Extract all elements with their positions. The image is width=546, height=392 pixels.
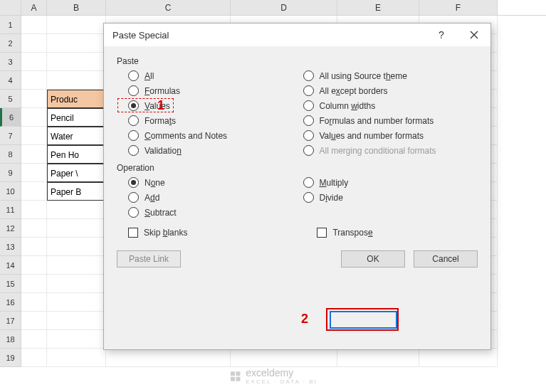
- row-header[interactable]: 8: [0, 145, 21, 164]
- radio-multiply[interactable]: Multiply: [303, 177, 478, 188]
- skip-blanks-checkbox[interactable]: Skip blanks: [128, 228, 187, 238]
- cell[interactable]: [47, 71, 106, 90]
- ok-button[interactable]: OK: [341, 250, 405, 267]
- radio-divide[interactable]: Divide: [303, 192, 478, 203]
- cell[interactable]: [21, 127, 47, 145]
- row-header[interactable]: 13: [0, 238, 21, 256]
- radio-icon: [128, 130, 139, 141]
- radio-column-widths[interactable]: Column widths: [303, 100, 478, 111]
- cancel-button[interactable]: Cancel: [414, 250, 478, 267]
- col-header-f[interactable]: F: [419, 0, 498, 15]
- radio-validation[interactable]: Validation: [128, 145, 303, 156]
- row-header[interactable]: 1: [0, 16, 21, 34]
- radio-all-except-borders[interactable]: All except borders: [303, 85, 478, 96]
- cell[interactable]: [47, 53, 106, 71]
- row-header[interactable]: 14: [0, 256, 21, 275]
- radio-formulas-number-formats[interactable]: Formulas and number formats: [303, 115, 478, 126]
- radio-values-number-formats[interactable]: Values and number formats: [303, 130, 478, 141]
- row-header[interactable]: 5: [0, 90, 21, 108]
- col-header-e[interactable]: E: [337, 0, 419, 15]
- row-header[interactable]: 4: [0, 71, 21, 90]
- radio-label: Formats: [145, 116, 176, 126]
- cell[interactable]: [21, 71, 47, 90]
- cell[interactable]: [47, 201, 106, 219]
- cell[interactable]: [47, 330, 106, 349]
- cell[interactable]: [106, 349, 231, 367]
- cell[interactable]: [21, 164, 47, 182]
- cell[interactable]: [21, 53, 47, 71]
- cell[interactable]: [21, 16, 47, 34]
- row-header[interactable]: 15: [0, 275, 21, 293]
- radio-label: Comments and Notes: [145, 131, 227, 141]
- radio-formulas[interactable]: Formulas: [128, 85, 303, 96]
- radio-formats[interactable]: Formats: [128, 115, 303, 126]
- row-header[interactable]: 9: [0, 164, 21, 182]
- select-all-corner[interactable]: [0, 0, 21, 15]
- cell[interactable]: [21, 330, 47, 349]
- cell[interactable]: [419, 349, 498, 367]
- row-header[interactable]: 17: [0, 312, 21, 330]
- cell[interactable]: [47, 349, 106, 367]
- cell[interactable]: [21, 34, 47, 53]
- cell[interactable]: [21, 312, 47, 330]
- checkbox-icon: [317, 228, 327, 238]
- radio-icon: [303, 130, 314, 141]
- radio-icon: [128, 192, 139, 203]
- col-header-b[interactable]: B: [47, 0, 106, 15]
- cell[interactable]: [21, 238, 47, 256]
- cell[interactable]: [231, 349, 337, 367]
- cell[interactable]: Pencil: [47, 108, 106, 127]
- cell[interactable]: [47, 219, 106, 238]
- cell[interactable]: [47, 16, 106, 34]
- cell[interactable]: Produc: [47, 90, 106, 108]
- cell[interactable]: [47, 275, 106, 293]
- radio-all-source-theme[interactable]: All using Source theme: [303, 70, 478, 81]
- close-button[interactable]: [458, 23, 490, 46]
- cell[interactable]: [47, 238, 106, 256]
- radio-add[interactable]: Add: [128, 192, 303, 203]
- row-header[interactable]: 3: [0, 53, 21, 71]
- cell[interactable]: [21, 349, 47, 367]
- cell[interactable]: [47, 293, 106, 312]
- cell[interactable]: [21, 145, 47, 164]
- row-header[interactable]: 11: [0, 201, 21, 219]
- radio-comments[interactable]: Comments and Notes: [128, 130, 303, 141]
- cell[interactable]: [337, 349, 419, 367]
- col-header-a[interactable]: A: [21, 0, 47, 15]
- cell[interactable]: [21, 293, 47, 312]
- cell[interactable]: Paper B: [47, 182, 106, 201]
- cell[interactable]: [21, 219, 47, 238]
- col-header-d[interactable]: D: [231, 0, 337, 15]
- cell[interactable]: [47, 256, 106, 275]
- row-header[interactable]: 10: [0, 182, 21, 201]
- row-header[interactable]: 6: [0, 108, 21, 127]
- cell[interactable]: [21, 256, 47, 275]
- row-header[interactable]: 2: [0, 34, 21, 53]
- radio-none[interactable]: None: [128, 177, 303, 188]
- row-header[interactable]: 18: [0, 330, 21, 349]
- cell[interactable]: Paper \: [47, 164, 106, 182]
- row-header[interactable]: 12: [0, 219, 21, 238]
- radio-icon: [303, 192, 314, 203]
- row-header[interactable]: 7: [0, 127, 21, 145]
- radio-icon: [303, 100, 314, 111]
- cell[interactable]: [47, 312, 106, 330]
- cell[interactable]: [21, 90, 47, 108]
- help-button[interactable]: ?: [425, 23, 458, 46]
- col-header-c[interactable]: C: [106, 0, 231, 15]
- transpose-checkbox[interactable]: Transpose: [317, 228, 372, 238]
- row-header[interactable]: 16: [0, 293, 21, 312]
- cell[interactable]: [21, 201, 47, 219]
- paste-link-button[interactable]: Paste Link: [117, 250, 181, 267]
- radio-all[interactable]: All: [128, 70, 303, 81]
- cell[interactable]: Pen Ho: [47, 145, 106, 164]
- cell[interactable]: [21, 275, 47, 293]
- cell[interactable]: [21, 108, 47, 127]
- cell[interactable]: [21, 182, 47, 201]
- annotation-1: 1: [157, 98, 164, 113]
- row-header[interactable]: 19: [0, 349, 21, 367]
- radio-subtract[interactable]: Subtract: [128, 207, 303, 218]
- cell[interactable]: Water: [47, 127, 106, 145]
- cell[interactable]: [47, 34, 106, 53]
- radio-values[interactable]: Values: [128, 100, 303, 111]
